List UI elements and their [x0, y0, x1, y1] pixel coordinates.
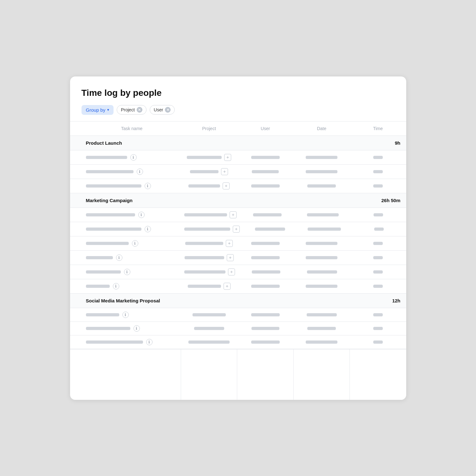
cell-date [294, 310, 350, 320]
cell-time [352, 224, 406, 234]
table-row: ℹ ＋ [70, 251, 406, 265]
skeleton-date [308, 228, 341, 231]
add-icon[interactable]: ＋ [233, 226, 240, 233]
skeleton-time [373, 170, 383, 173]
filter-bar: Group by ▾ Project ✕ User ✕ [82, 105, 395, 115]
group-row-product-launch: Product Launch 9h [70, 136, 406, 150]
info-icon[interactable]: ℹ [130, 154, 137, 161]
cell-time [350, 323, 406, 334]
filter-chip-user[interactable]: User ✕ [150, 105, 175, 115]
group-total-marketing: 26h 50m [350, 193, 406, 208]
cell-task: ℹ [70, 322, 181, 335]
cell-task: ℹ [70, 222, 181, 236]
info-icon[interactable]: ℹ [132, 240, 138, 247]
cell-date [294, 267, 350, 277]
cell-task: ℹ [70, 151, 181, 164]
filter-chip-project-label: Project [121, 107, 135, 112]
empty-col-5 [350, 349, 406, 400]
skeleton-user [251, 313, 280, 316]
cell-time [350, 310, 406, 320]
skeleton-user [251, 327, 279, 330]
main-card: Time log by people Group by ▾ Project ✕ … [70, 76, 406, 400]
cell-project: ＋ [181, 179, 238, 193]
info-icon[interactable]: ℹ [134, 325, 140, 332]
col-time: Time [350, 122, 406, 136]
skeleton-project [185, 256, 224, 259]
cell-user [237, 152, 294, 162]
add-icon[interactable]: ＋ [223, 182, 230, 189]
add-icon[interactable]: ＋ [224, 283, 231, 290]
cell-user [237, 167, 294, 177]
skeleton-time [373, 313, 383, 316]
info-icon[interactable]: ℹ [138, 212, 145, 218]
skeleton-date [306, 285, 337, 288]
table-row: ℹ [70, 335, 406, 349]
skeleton-project [188, 184, 220, 188]
cell-date [294, 323, 350, 334]
add-icon[interactable]: ＋ [224, 154, 231, 161]
col-project: Project [181, 122, 238, 136]
info-icon[interactable]: ℹ [116, 255, 122, 261]
add-icon[interactable]: ＋ [226, 240, 233, 247]
skeleton-project [192, 313, 226, 316]
skeleton-date [306, 156, 337, 159]
cell-date [294, 337, 350, 347]
cell-task: ℹ [70, 165, 181, 178]
skeleton-time [374, 213, 383, 216]
skeleton-task [86, 156, 127, 159]
skeleton-project [184, 213, 227, 216]
info-icon[interactable]: ℹ [122, 312, 129, 318]
add-icon[interactable]: ＋ [230, 211, 237, 218]
group-label-marketing: Marketing Campaign [70, 193, 350, 208]
skeleton-project [188, 285, 221, 288]
skeleton-task [86, 228, 141, 231]
group-by-button[interactable]: Group by ▾ [82, 105, 114, 115]
cell-project [181, 310, 238, 320]
info-icon[interactable]: ℹ [124, 269, 130, 275]
skeleton-task [86, 256, 113, 259]
skeleton-project [194, 327, 224, 330]
cell-date [294, 167, 350, 177]
add-icon[interactable]: ＋ [228, 268, 235, 275]
skeleton-time [373, 156, 383, 159]
close-icon[interactable]: ✕ [137, 107, 142, 113]
cell-task: ℹ [70, 208, 181, 221]
cell-user [237, 281, 294, 291]
col-task-name: Task name [70, 122, 181, 136]
close-icon[interactable]: ✕ [165, 107, 171, 113]
info-icon[interactable]: ℹ [145, 226, 151, 232]
cell-user [237, 310, 294, 320]
cell-user [240, 210, 295, 220]
page-title: Time log by people [82, 88, 395, 98]
skeleton-task [86, 213, 135, 216]
info-icon[interactable]: ℹ [113, 283, 119, 289]
cell-task: ℹ [70, 280, 181, 293]
skeleton-time [373, 184, 383, 188]
cell-time [350, 238, 406, 248]
add-icon[interactable]: ＋ [221, 168, 228, 175]
skeleton-time [373, 270, 383, 274]
skeleton-date [306, 340, 337, 344]
cell-user [243, 224, 297, 234]
skeleton-date [307, 327, 336, 330]
cell-task: ℹ [70, 237, 181, 250]
table-row: ℹ ＋ [70, 150, 406, 165]
skeleton-task [86, 170, 134, 173]
skeleton-user [251, 242, 280, 245]
skeleton-task [86, 340, 143, 344]
skeleton-date [307, 270, 337, 274]
filter-chip-project[interactable]: Project ✕ [117, 105, 147, 115]
cell-task: ℹ [70, 265, 181, 279]
cell-time [350, 253, 406, 263]
group-by-label: Group by [86, 107, 106, 113]
info-icon[interactable]: ℹ [146, 339, 153, 345]
info-icon[interactable]: ℹ [137, 169, 143, 175]
add-icon[interactable]: ＋ [227, 254, 234, 261]
info-icon[interactable]: ℹ [145, 183, 151, 189]
skeleton-time [373, 340, 383, 344]
cell-time [350, 152, 406, 162]
skeleton-project [188, 340, 230, 344]
cell-date [297, 224, 352, 234]
group-row-social: Social Media Marketing Proposal 12h [70, 294, 406, 308]
skeleton-project [185, 242, 223, 245]
